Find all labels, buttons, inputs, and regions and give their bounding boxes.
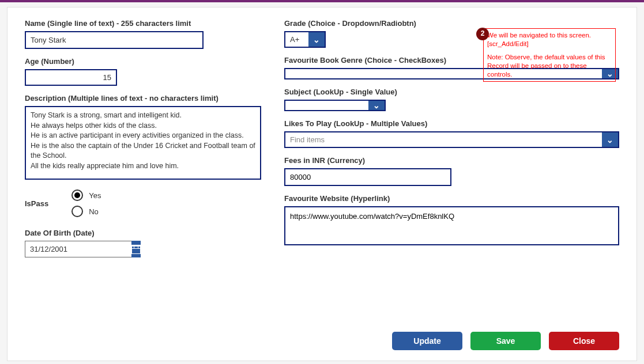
chevron-down-icon: ⌄ [313, 35, 320, 44]
ispass-yes-label: Yes [89, 191, 101, 200]
annotation-note: Note: Observe, the default values of thi… [487, 53, 612, 79]
close-button[interactable]: Close [549, 332, 619, 350]
ispass-label: IsPass [25, 199, 48, 208]
age-input[interactable] [25, 69, 117, 86]
form-panel: 2 We will be navigated to this screen. [… [7, 7, 637, 361]
fees-input[interactable] [284, 168, 451, 186]
dob-input[interactable] [25, 241, 131, 257]
annotation-line2: [scr_Add/Edit] [487, 40, 612, 48]
grade-dropdown-button[interactable]: ⌄ [308, 32, 325, 47]
likes-dropdown[interactable]: Find items ⌄ [284, 131, 619, 148]
website-label: Favourite Website (Hyperlink) [284, 194, 619, 203]
update-button[interactable]: Update [392, 332, 462, 350]
calendar-icon [131, 245, 141, 254]
subject-dropdown-button[interactable]: ⌄ [368, 101, 385, 110]
subject-dropdown[interactable]: ⌄ [284, 100, 386, 111]
grade-dropdown[interactable]: A+ ⌄ [284, 31, 326, 48]
app-top-bar [0, 0, 644, 2]
website-input[interactable] [284, 206, 619, 245]
subject-value [285, 101, 368, 110]
description-textarea[interactable] [25, 106, 261, 180]
annotation-step-badge: 2 [476, 28, 489, 40]
fees-label: Fees in INR (Currency) [284, 156, 619, 165]
name-input[interactable] [25, 31, 204, 49]
radio-icon-checked [71, 189, 83, 201]
ispass-no-label: No [89, 207, 99, 216]
description-label: Description (Multiple lines of text - no… [25, 94, 267, 103]
chevron-down-icon: ⌄ [373, 101, 380, 110]
save-button[interactable]: Save [470, 332, 541, 350]
grade-value: A+ [285, 32, 308, 47]
tutorial-annotation: 2 We will be navigated to this screen. [… [483, 28, 616, 82]
radio-icon-unchecked [71, 206, 83, 217]
annotation-line1: We will be navigated to this screen. [487, 31, 612, 40]
name-label: Name (Single line of text) - 255 charact… [25, 19, 267, 28]
likes-placeholder: Find items [285, 132, 602, 147]
dob-calendar-button[interactable] [131, 241, 141, 257]
likes-dropdown-button[interactable]: ⌄ [602, 132, 618, 147]
likes-label: Likes To Play (LookUp - Multiple Values) [284, 119, 619, 128]
grade-label: Grade (Choice - Dropdown/Radiobtn) [284, 19, 619, 28]
subject-label: Subject (LookUp - Single Value) [284, 88, 619, 96]
ispass-radio-no[interactable]: No [71, 206, 101, 217]
dob-label: Date Of Birth (Date) [25, 229, 267, 237]
action-buttons: Update Save Close [392, 332, 619, 350]
ispass-radio-yes[interactable]: Yes [71, 189, 101, 201]
left-column: Name (Single line of text) - 255 charact… [25, 19, 267, 266]
chevron-down-icon: ⌄ [607, 135, 613, 145]
age-label: Age (Number) [25, 57, 267, 66]
